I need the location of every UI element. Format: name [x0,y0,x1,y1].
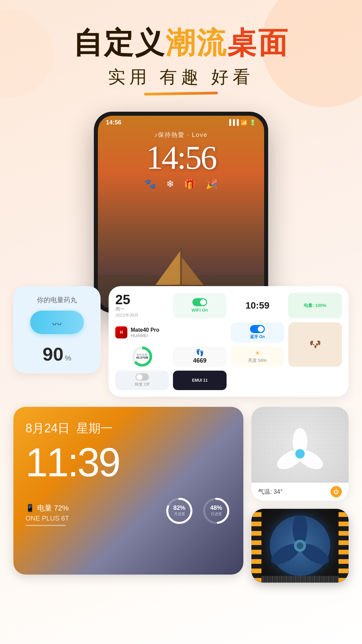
orange-stripe-left [251,509,261,583]
widgets-row-2: 8月24日 星期一 11:39 📱 电量 72% ONE PLUS 6T [0,407,362,583]
main-title: 自定义潮流桌面 [0,27,362,59]
underline-decoration [144,92,218,96]
lock-screen-content: ♪保持熱愛 · Love 14:56 🐾 ❄ 🎁 🎉 [98,127,264,190]
icon-paw: 🐾 [144,178,156,190]
pill-shape: ᴗᴗ [30,311,84,334]
storage-circle: 剩余容量 43.27GB [115,346,169,367]
emui-block: EMUI 11 [173,371,227,390]
circle-inner: 剩余容量 43.27GB [135,349,149,364]
battery-unit: % [65,354,71,363]
brightness-block: ☀ 亮度 56% [231,346,284,367]
battery-phone-icon: 📱 [25,504,35,513]
cell-label: 蜂窝 Off [135,382,149,387]
bluetooth-toggle-block[interactable]: 蓝牙 On [231,322,284,342]
steps-value: 4669 [193,357,206,364]
device-block: H Mate40 Pro HUAWEI [115,322,227,342]
wifi-label: WIFI On [191,308,208,313]
camera-thumbnail: 🐶 [288,322,342,367]
svg-point-16 [295,449,305,459]
fan-dark-inner [251,509,349,583]
info-time: 10:59 [245,300,269,311]
svg-marker-2 [181,256,203,285]
svg-rect-3 [180,248,182,286]
header-section: 自定义潮流桌面 实用 有趣 好看 [0,0,362,95]
daily-progress-circle: 48% 日进度 [201,496,231,526]
cell-off-block: 蜂窝 Off [115,371,169,390]
battery-percent: 90 [43,345,63,364]
info-time-block: 10:59 [231,293,284,318]
fan-svg [273,427,327,481]
brightness-value: 亮度 56% [248,358,267,364]
fan-dark-circle [270,516,330,576]
svg-point-21 [297,542,303,549]
phone-mockup-wrapper: 14:56 ▐▐▐ 📶 🔋 ♪保持熱愛 · Love 14:56 🐾 ❄ 🎁 🎉 [0,112,362,313]
device-name-big: ONE PLUS 6T [25,515,69,522]
battery-bar-block: 电量: 100% [288,293,342,318]
icon-snowflake: ❄ [166,178,174,190]
bt-switch[interactable] [250,325,265,333]
info-date-block: 25 周一 2022年08月 [115,293,169,318]
clock-device-info: 📱 电量 72% ONE PLUS 6T [25,503,69,526]
fan-power-btn[interactable]: ⏻ [330,486,342,497]
battery-icon: 🔋 [249,119,256,126]
info-weekday: 周一 [115,306,169,312]
orange-stripe-right [339,509,349,583]
clock-weekday: 星期一 [76,420,113,437]
pill-face: ᴗᴗ [52,318,62,327]
title-part2: 潮流 [166,26,227,59]
info-widget: 25 周一 2022年08月 WIFI On 10:59 电量: 100% H … [109,286,349,397]
steps-block: 👣 4669 [173,346,227,367]
info-year-month: 2022年08月 [115,312,169,318]
monthly-progress-circle: 82% 月进度 [164,496,194,526]
fan-bottom-bar: 气温: 34° ⏻ [251,483,349,501]
title-part3: 桌面 [227,26,289,59]
battery-widget: 你的电量药丸 ᴗᴗ 90 % [13,286,101,373]
svg-text:48%: 48% [210,504,222,511]
clock-date-row: 8月24日 星期一 [25,420,231,437]
big-clock-display: 14:56 [146,141,216,174]
clock-circles: 82% 月进度 48% 日进度 [164,496,231,526]
clock-bottom: 📱 电量 72% ONE PLUS 6T 82% 月进度 [25,496,231,526]
big-clock-time: 11:39 [25,442,231,482]
storage-value: 43.27GB [136,356,148,359]
icon-gift: 🎁 [184,178,196,190]
device-battery: 📱 电量 72% [25,503,69,513]
signal-icon: ▐▐▐ [227,119,239,125]
cell-toggle [135,373,149,381]
fan-widget-white: 气温: 34° ⏻ [251,407,349,501]
phone-bottom-icons: 🐾 ❄ 🎁 🎉 [144,178,218,190]
device-brand: HUAWEI [131,333,159,338]
emui-label: EMUI 11 [192,378,208,383]
wifi-toggle-block[interactable]: WIFI On [173,293,227,318]
status-icons: ▐▐▐ 📶 🔋 [227,119,256,126]
info-date: 25 [115,293,169,306]
fan-temp: 气温: 34° [258,488,283,496]
battery-bar-text: 电量: 100% [304,303,326,309]
battery-widget-label: 你的电量药丸 [37,296,77,305]
svg-marker-1 [156,250,181,285]
title-part1: 自定义 [73,26,166,59]
brightness-icon: ☀ [255,350,260,357]
bt-label: 蓝牙 On [250,334,265,340]
wifi-icon: 📶 [241,119,247,126]
huawei-logo: H [115,326,127,338]
svg-text:82%: 82% [173,504,185,511]
phone-time-small: 14:56 [106,119,121,126]
device-line [25,525,66,526]
device-model: Mate40 Pro [131,327,159,333]
barcode-strip [261,576,339,583]
clock-widget: 8月24日 星期一 11:39 📱 电量 72% ONE PLUS 6T [13,407,243,575]
icon-party: 🎉 [206,178,218,190]
monthly-progress-container: 82% 月进度 [164,496,194,526]
phone-screen: 14:56 ▐▐▐ 📶 🔋 ♪保持熱愛 · Love 14:56 🐾 ❄ 🎁 🎉 [98,116,264,309]
fan-blade-container [273,427,327,481]
love-text: ♪保持熱愛 · Love [154,131,207,139]
daily-progress-container: 48% 日进度 [201,496,231,526]
steps-icon: 👣 [196,348,204,357]
wifi-switch[interactable] [192,298,207,306]
right-widgets: 气温: 34° ⏻ [251,407,349,583]
storage-progress-circle: 剩余容量 43.27GB [132,346,152,367]
svg-text:月进度: 月进度 [174,512,185,516]
phone-mockup: 14:56 ▐▐▐ 📶 🔋 ♪保持熱愛 · Love 14:56 🐾 ❄ 🎁 🎉 [94,112,268,313]
widgets-row-1: 你的电量药丸 ᴗᴗ 90 % 25 周一 2022年08月 WIFI On 10… [0,286,362,397]
